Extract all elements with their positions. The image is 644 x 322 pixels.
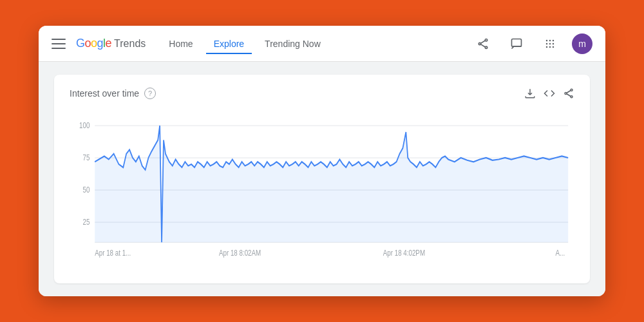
svg-point-12 bbox=[546, 46, 548, 48]
nav-trending-now[interactable]: Trending Now bbox=[257, 33, 328, 54]
svg-text:25: 25 bbox=[82, 218, 90, 226]
feedback-icon-button[interactable] bbox=[505, 32, 528, 55]
svg-rect-5 bbox=[512, 39, 522, 46]
svg-point-15 bbox=[571, 89, 573, 91]
svg-point-8 bbox=[553, 39, 554, 41]
svg-point-10 bbox=[549, 43, 551, 44]
feedback-icon bbox=[510, 37, 523, 50]
user-avatar[interactable]: m bbox=[572, 33, 592, 54]
browser-window: Google Trends Home Explore Trending Now bbox=[39, 26, 605, 296]
chart-area: 100 75 50 25 Apr 18 at 1... Apr 18 8:02A… bbox=[70, 109, 574, 270]
logo: Google Trends bbox=[76, 37, 146, 50]
svg-point-13 bbox=[549, 46, 551, 48]
nav-links: Home Explore Trending Now bbox=[161, 33, 471, 54]
download-icon bbox=[524, 88, 536, 99]
chart-header: Interest over time ? bbox=[70, 88, 574, 99]
svg-text:75: 75 bbox=[82, 153, 90, 162]
svg-point-1 bbox=[478, 43, 480, 44]
content-area: Interest over time ? bbox=[39, 62, 605, 296]
svg-point-6 bbox=[546, 39, 548, 41]
chart-title: Interest over time bbox=[70, 88, 139, 99]
svg-text:A...: A... bbox=[556, 249, 565, 257]
apps-icon bbox=[544, 37, 556, 50]
chart-share-button[interactable] bbox=[563, 88, 574, 99]
svg-line-4 bbox=[481, 44, 486, 46]
svg-text:Apr 18 at 1...: Apr 18 at 1... bbox=[95, 249, 131, 257]
trends-logo-text: Trends bbox=[114, 38, 146, 50]
svg-point-16 bbox=[565, 93, 567, 95]
svg-point-0 bbox=[485, 39, 487, 41]
svg-line-3 bbox=[481, 41, 486, 43]
menu-icon[interactable] bbox=[52, 39, 66, 49]
chart-card: Interest over time ? bbox=[54, 75, 590, 283]
nav-actions: m bbox=[471, 32, 592, 55]
svg-point-9 bbox=[546, 43, 548, 44]
chart-share-icon bbox=[563, 88, 574, 99]
svg-point-14 bbox=[553, 46, 554, 48]
svg-point-17 bbox=[571, 96, 573, 98]
svg-point-11 bbox=[553, 43, 554, 44]
chart-actions bbox=[524, 88, 574, 99]
svg-text:100: 100 bbox=[79, 121, 90, 129]
share-icon-button[interactable] bbox=[471, 32, 495, 55]
navbar: Google Trends Home Explore Trending Now bbox=[39, 26, 605, 62]
share-icon bbox=[477, 37, 489, 50]
svg-text:Apr 18 4:02PM: Apr 18 4:02PM bbox=[383, 249, 425, 257]
nav-home[interactable]: Home bbox=[161, 33, 200, 54]
svg-line-18 bbox=[567, 91, 571, 93]
embed-code-button[interactable] bbox=[544, 88, 555, 99]
code-icon bbox=[544, 88, 555, 99]
help-icon[interactable]: ? bbox=[144, 88, 156, 99]
svg-line-19 bbox=[567, 94, 571, 97]
nav-explore[interactable]: Explore bbox=[206, 33, 252, 54]
google-logo-text: Google bbox=[76, 37, 111, 50]
trend-chart: 100 75 50 25 Apr 18 at 1... Apr 18 8:02A… bbox=[70, 109, 574, 270]
apps-icon-button[interactable] bbox=[538, 32, 562, 55]
download-button[interactable] bbox=[524, 88, 536, 99]
svg-text:50: 50 bbox=[82, 185, 90, 194]
svg-point-7 bbox=[549, 39, 551, 41]
svg-text:Apr 18 8:02AM: Apr 18 8:02AM bbox=[219, 249, 261, 257]
svg-point-2 bbox=[485, 46, 487, 48]
chart-title-group: Interest over time ? bbox=[70, 88, 156, 99]
